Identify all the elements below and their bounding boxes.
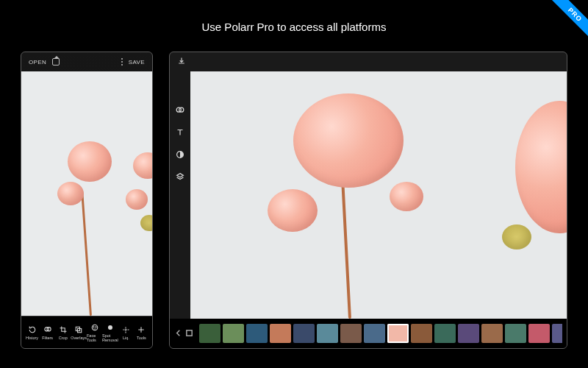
- toolbar-label: Crop: [59, 336, 68, 340]
- home-icon[interactable]: [52, 58, 60, 66]
- desktop-canvas: [190, 71, 567, 319]
- svg-point-4: [92, 325, 98, 330]
- device-stage: OPEN SAVE HistoryFiltersCropOverlaysFace…: [21, 52, 567, 349]
- phone-topbar: OPEN SAVE: [21, 52, 152, 71]
- thumbnail[interactable]: [458, 324, 479, 343]
- toolbar-face-tools[interactable]: Face Tools: [87, 320, 102, 345]
- thumbnail[interactable]: [364, 324, 385, 343]
- phone-toolbar: HistoryFiltersCropOverlaysFace ToolsSpot…: [21, 316, 152, 348]
- thumbnail[interactable]: [481, 324, 503, 343]
- save-button[interactable]: SAVE: [129, 59, 145, 66]
- thumbnail[interactable]: [434, 324, 456, 343]
- svg-rect-11: [187, 330, 192, 336]
- svg-point-5: [93, 326, 94, 327]
- more-icon[interactable]: [121, 58, 123, 66]
- svg-point-7: [108, 325, 112, 330]
- toolbar-overlays[interactable]: Overlays: [71, 322, 87, 343]
- headline: Use Polarr Pro to access all platforms: [0, 21, 588, 33]
- thumbnail[interactable]: [411, 324, 432, 343]
- thumbnail[interactable]: [387, 324, 409, 343]
- thumbnail[interactable]: [528, 324, 550, 343]
- strip-expand-icon[interactable]: [185, 327, 193, 340]
- thumbnail[interactable]: [340, 324, 362, 343]
- side-tool-color[interactable]: [175, 149, 185, 160]
- toolbar-label: Spot Removal: [102, 333, 118, 342]
- desktop-side-tools: [170, 71, 190, 319]
- open-button[interactable]: OPEN: [29, 59, 46, 66]
- download-icon[interactable]: [177, 55, 186, 68]
- thumbnail[interactable]: [246, 324, 268, 343]
- thumbnail[interactable]: [270, 324, 291, 343]
- toolbar-label: Liq.: [123, 336, 129, 340]
- toolbar-label: Tools: [137, 336, 146, 340]
- toolbar-label: Face Tools: [87, 333, 102, 342]
- toolbar-tools[interactable]: Tools: [134, 322, 149, 343]
- desktop-mockup: [169, 52, 567, 349]
- toolbar-crop[interactable]: Crop: [55, 322, 71, 343]
- toolbar-label: History: [26, 336, 38, 340]
- side-tool-filters[interactable]: [175, 105, 185, 116]
- svg-point-6: [96, 326, 96, 327]
- thumbnail[interactable]: [505, 324, 526, 343]
- thumbnail-row: [199, 324, 562, 343]
- thumbnail[interactable]: [199, 324, 220, 343]
- side-tool-text[interactable]: [175, 127, 185, 138]
- thumbnail[interactable]: [552, 324, 562, 343]
- toolbar-label: Filters: [42, 336, 53, 340]
- desktop-filmstrip: [170, 319, 567, 348]
- toolbar-history[interactable]: History: [24, 322, 40, 343]
- phone-mockup: OPEN SAVE HistoryFiltersCropOverlaysFace…: [21, 52, 153, 349]
- thumbnail[interactable]: [317, 324, 338, 343]
- thumbnail[interactable]: [223, 324, 244, 343]
- side-tool-layers[interactable]: [175, 171, 185, 182]
- toolbar-spot-removal[interactable]: Spot Removal: [102, 320, 118, 345]
- strip-left-icon[interactable]: [174, 327, 182, 340]
- toolbar-label: Overlays: [71, 336, 87, 340]
- toolbar-filters[interactable]: Filters: [40, 322, 55, 343]
- desktop-topbar: [170, 52, 567, 71]
- toolbar-liq[interactable]: Liq.: [118, 322, 134, 343]
- thumbnail[interactable]: [293, 324, 315, 343]
- phone-canvas: [21, 71, 152, 316]
